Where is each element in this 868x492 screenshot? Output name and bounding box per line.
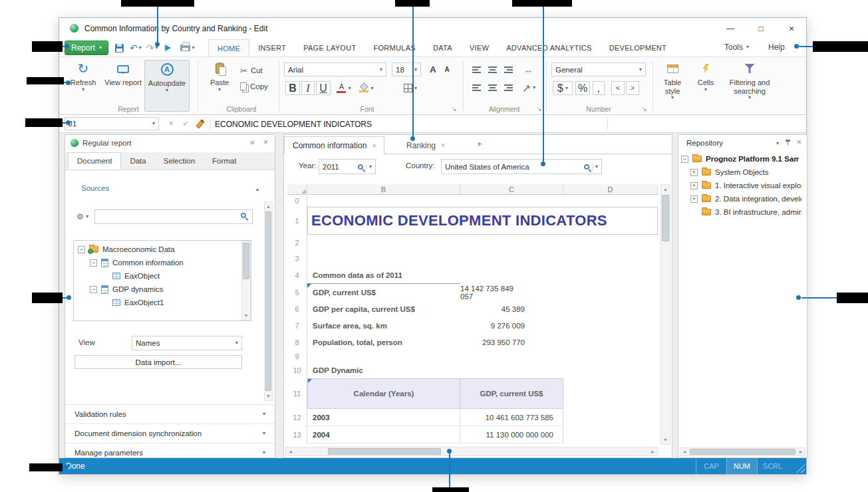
panel-tab-data[interactable]: Data bbox=[121, 152, 154, 170]
tab-data[interactable]: DATA bbox=[424, 39, 461, 57]
tree-node-macroeconomic-data[interactable]: − Macroeconomic Data bbox=[78, 243, 175, 256]
sheet-horizontal-scrollbar[interactable]: ◂ ▸ bbox=[285, 447, 658, 456]
expand-box-icon[interactable]: + bbox=[690, 169, 698, 176]
undo-icon[interactable]: ↶ bbox=[130, 43, 138, 53]
row-header[interactable]: 6 bbox=[287, 301, 307, 317]
row-header[interactable]: 5 bbox=[287, 284, 307, 301]
row-header[interactable]: 9 bbox=[287, 350, 307, 362]
column-header-c[interactable]: C bbox=[460, 184, 563, 195]
repository-horizontal-scrollbar[interactable]: ◂ ▸ bbox=[680, 447, 805, 456]
print-icon[interactable] bbox=[180, 45, 190, 51]
spreadsheet[interactable]: B C D 0 1 2 3 4 5 6 7 8 9 10 11 12 13 EC… bbox=[287, 184, 658, 443]
align-bottom-button[interactable] bbox=[502, 63, 515, 76]
chevron-down-icon[interactable]: ▾ bbox=[776, 141, 779, 146]
copy-button[interactable]: Copy bbox=[240, 80, 268, 93]
sources-section-header[interactable]: Sources bbox=[81, 184, 109, 192]
scroll-down-icon[interactable]: ▾ bbox=[242, 311, 250, 320]
row-header[interactable]: 11 bbox=[287, 378, 307, 409]
scrollbar-thumb[interactable] bbox=[662, 195, 669, 241]
fill-color-button[interactable]: ▾ bbox=[357, 81, 376, 95]
view-report-button[interactable]: View report bbox=[104, 60, 142, 87]
table-style-button[interactable]: Table style ▾ bbox=[656, 60, 688, 100]
tab-advanced-analytics[interactable]: ADVANCED ANALYTICS bbox=[498, 39, 600, 57]
sources-search-input[interactable] bbox=[94, 209, 253, 224]
doc-tab-ranking[interactable]: Ranking × bbox=[398, 136, 453, 154]
panel-tab-document[interactable]: Document bbox=[68, 152, 121, 170]
alignment-dialog-launcher[interactable]: ↘ bbox=[537, 106, 542, 112]
repo-node-root[interactable]: − Prognoz Platform 9.1 Sample bbox=[681, 152, 799, 166]
section-validation-rules[interactable]: Validation rules ▾ bbox=[65, 404, 275, 424]
data-label-cell[interactable]: Population, total, person bbox=[307, 334, 460, 350]
minimize-button[interactable]: — bbox=[716, 18, 745, 39]
scrollbar-thumb[interactable] bbox=[690, 449, 796, 455]
data-import-button[interactable]: Data import... bbox=[74, 355, 242, 369]
tab-page-layout[interactable]: PAGE LAYOUT bbox=[295, 39, 364, 57]
scroll-right-icon[interactable]: ▸ bbox=[797, 448, 805, 456]
run-icon[interactable] bbox=[165, 45, 171, 51]
search-icon[interactable] bbox=[584, 164, 589, 170]
panel-tab-selection[interactable]: Selection bbox=[155, 152, 204, 170]
bold-button[interactable]: B bbox=[285, 81, 300, 95]
scrollbar-thumb[interactable] bbox=[265, 211, 271, 391]
scroll-up-icon[interactable]: ▴ bbox=[265, 202, 272, 211]
save-icon[interactable] bbox=[115, 44, 124, 53]
close-button[interactable]: × bbox=[777, 18, 806, 39]
table-value-cell[interactable]: 10 461 603 773 585 bbox=[460, 409, 563, 426]
maximize-button[interactable]: □ bbox=[746, 18, 776, 39]
column-header-b[interactable]: B bbox=[307, 184, 460, 195]
data-label-cell[interactable]: GDP, current US$ bbox=[307, 284, 460, 301]
formula-value[interactable]: ECONOMIC DEVELOPMENT INDICATORS bbox=[215, 120, 372, 129]
orientation-button[interactable]: ↗ ▾ bbox=[520, 81, 537, 94]
chevron-up-icon[interactable]: ▴ bbox=[256, 187, 259, 192]
align-middle-button[interactable] bbox=[486, 63, 499, 76]
expand-box-icon[interactable]: + bbox=[690, 195, 698, 203]
tab-formulas[interactable]: FORMULAS bbox=[364, 39, 424, 57]
scroll-down-icon[interactable]: ▾ bbox=[661, 435, 670, 444]
tree-leaf-eaxobject1[interactable]: EaxObject1 bbox=[112, 296, 164, 309]
panel-scrollbar[interactable]: ▴ ▾ bbox=[264, 201, 273, 401]
doc-tab-common-information[interactable]: Common information × bbox=[284, 136, 384, 154]
align-right-button[interactable] bbox=[502, 81, 515, 94]
collapse-box-icon[interactable]: − bbox=[90, 259, 97, 267]
decrease-decimal-button[interactable]: < bbox=[611, 81, 625, 95]
tab-home[interactable]: HOME bbox=[208, 39, 249, 57]
tab-development[interactable]: DEVELOPMENT bbox=[601, 39, 675, 57]
repo-node-bi-infrastructure[interactable]: 3. BI infrastructure, administ bbox=[702, 205, 801, 219]
section-header-cell[interactable]: Common data as of 2011 bbox=[307, 267, 460, 284]
close-tab-icon[interactable]: × bbox=[372, 142, 376, 150]
font-size-combo[interactable]: 18 ▾ bbox=[392, 62, 421, 76]
collapse-box-icon[interactable]: − bbox=[681, 156, 688, 163]
underline-button[interactable]: U bbox=[316, 81, 331, 95]
data-label-cell[interactable]: GDP per capita, current US$ bbox=[307, 301, 460, 317]
sheet-vertical-scrollbar[interactable]: ▴ ▾ bbox=[660, 184, 670, 445]
data-value-cell[interactable]: 9 276 009 bbox=[460, 317, 563, 334]
font-color-button[interactable]: A ▾ bbox=[335, 81, 353, 95]
scroll-down-icon[interactable]: ▾ bbox=[265, 392, 272, 400]
row-header[interactable]: 8 bbox=[287, 334, 307, 350]
row-header[interactable]: 7 bbox=[287, 317, 307, 334]
repo-node-data-integration[interactable]: + 2. Data integration, developi bbox=[690, 192, 801, 205]
select-all-corner[interactable] bbox=[287, 184, 307, 195]
section-header-cell[interactable]: GDP Dynamic bbox=[307, 362, 460, 378]
pin-icon[interactable] bbox=[785, 139, 791, 146]
country-combo[interactable]: United States of America ▾ bbox=[441, 159, 602, 174]
collapse-box-icon[interactable]: − bbox=[90, 286, 97, 293]
tree-leaf-eaxobject[interactable]: EaxObject bbox=[112, 269, 160, 283]
scroll-left-icon[interactable]: ◂ bbox=[680, 448, 688, 456]
repo-node-interactive-visual[interactable]: + 1. Interactive visual explorati bbox=[690, 179, 801, 192]
chevron-down-icon[interactable]: ▾ bbox=[369, 164, 372, 170]
chevron-down-icon[interactable]: ▾ bbox=[595, 164, 598, 170]
resize-grip-icon[interactable] bbox=[796, 464, 805, 473]
table-year-cell[interactable]: 2003 bbox=[307, 409, 460, 426]
table-year-cell[interactable]: 2004 bbox=[307, 426, 460, 443]
row-header[interactable]: 4 bbox=[287, 267, 307, 284]
expand-box-icon[interactable]: + bbox=[690, 182, 698, 189]
cut-button[interactable]: ✂ Cut bbox=[240, 64, 263, 77]
paste-button[interactable]: Paste ▾ bbox=[204, 60, 235, 92]
confirm-entry-button[interactable]: ✓ bbox=[179, 117, 192, 130]
section-document-dimension-sync[interactable]: Document dimension synchronization ▾ bbox=[65, 424, 275, 443]
tree-node-common-information[interactable]: − Common information bbox=[90, 256, 184, 269]
year-combo[interactable]: 2011 ▾ bbox=[319, 159, 376, 174]
cell-reference-box[interactable]: J1 ▾ bbox=[65, 117, 159, 130]
grow-font-button[interactable]: A bbox=[426, 62, 440, 76]
